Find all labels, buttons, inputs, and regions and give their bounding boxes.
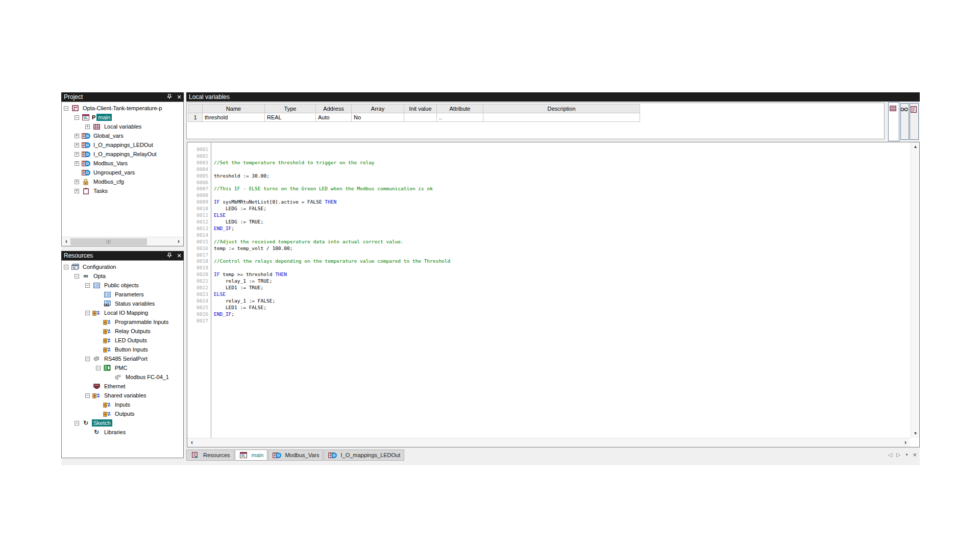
variable-cell[interactable]: .. <box>437 113 483 122</box>
code-line[interactable] <box>214 252 910 259</box>
tool-tab-document-icon[interactable] <box>910 103 919 140</box>
code-line[interactable] <box>214 153 910 160</box>
tree-item-ungrouped-vars[interactable]: GUngrouped_vars <box>62 168 183 177</box>
tree-item-label[interactable]: Libraries <box>103 429 127 436</box>
scroll-left-icon[interactable]: ‹ <box>62 238 70 246</box>
tree-item-label[interactable]: Relay Outputs <box>113 328 152 335</box>
tab-resources[interactable]: Resources <box>186 449 234 461</box>
tree-item-relay-outputs[interactable]: Relay Outputs <box>62 327 183 336</box>
code-line[interactable]: threshold := 30.00; <box>214 173 910 180</box>
code-line[interactable]: IF temp >= threshold THEN <box>214 271 910 278</box>
editor-vscrollbar[interactable]: ▲ ▼ <box>911 142 919 438</box>
tree-item-label[interactable]: Local variables <box>103 123 143 130</box>
tab-modbus-vars[interactable]: GModbus_Vars <box>268 449 323 461</box>
tree-item-programmable-inputs[interactable]: Programmable Inputs <box>62 317 183 327</box>
project-hscrollbar-thumb[interactable] <box>70 238 147 245</box>
code-line[interactable]: relay_1 := TRUE; <box>214 278 910 285</box>
tree-item-label[interactable]: Tasks <box>92 187 109 194</box>
code-line[interactable]: ELSE <box>214 212 910 219</box>
tree-item-label[interactable]: Global_vars <box>92 132 125 139</box>
expand-toggle-icon[interactable]: + <box>85 124 90 129</box>
tree-item-label[interactable]: Parameters <box>113 291 145 298</box>
expand-toggle-icon[interactable]: + <box>75 143 79 147</box>
tree-item-label[interactable]: Sketch <box>92 419 112 427</box>
code-line[interactable]: ELSE <box>214 291 910 298</box>
code-line[interactable]: LEDG := FALSE; <box>214 206 910 212</box>
code-line[interactable]: //Control the relays depending on the te… <box>214 258 910 265</box>
code-line[interactable]: //Adjust the received temperature data i… <box>214 239 910 245</box>
column-header-address[interactable]: Address <box>316 105 352 113</box>
variable-cell[interactable]: Auto <box>316 113 352 122</box>
collapse-toggle-icon[interactable]: − <box>64 265 68 269</box>
tree-item-main[interactable]: −Pmain <box>62 113 183 122</box>
tree-item-i-o-mappings-ledout[interactable]: + GI_O_mappings_LEDOut <box>62 140 183 149</box>
scroll-right-icon[interactable]: › <box>175 238 183 246</box>
code-line[interactable] <box>214 180 910 186</box>
tree-item-label[interactable]: Button Inputs <box>113 346 150 353</box>
tree-item-inputs[interactable]: Inputs <box>62 400 183 409</box>
tree-item-shared-variables[interactable]: −Shared variables <box>62 391 183 400</box>
tree-item-label[interactable]: main <box>96 114 112 121</box>
scroll-up-icon[interactable]: ▲ <box>912 143 919 151</box>
tree-item-outputs[interactable]: Outputs <box>62 409 183 418</box>
tree-item-modbus-fc-04-1[interactable]: Modbus FC-04_1 <box>62 372 183 382</box>
code-line[interactable] <box>214 146 910 153</box>
column-header-description[interactable]: Description <box>483 105 640 113</box>
tree-item-opta[interactable]: −∞Opta <box>62 271 183 281</box>
tree-item-libraries[interactable]: ↻Libraries <box>62 428 183 437</box>
collapse-toggle-icon[interactable]: − <box>75 421 79 425</box>
variable-cell[interactable]: REAL <box>265 113 316 122</box>
code-line[interactable]: IF sysMbMRtuNetList[0].active = FALSE TH… <box>214 199 910 206</box>
code-line[interactable]: END_IF; <box>214 226 910 232</box>
code-line[interactable] <box>214 192 910 199</box>
expand-toggle-icon[interactable]: + <box>75 134 79 138</box>
column-header-array[interactable]: Array <box>352 105 404 113</box>
tree-item-label[interactable]: Outputs <box>113 410 136 417</box>
tree-item-pmc[interactable]: −PMC <box>62 363 183 372</box>
scroll-down-icon[interactable]: ▼ <box>912 430 919 437</box>
code-line[interactable]: LED1 := FALSE; <box>214 305 910 311</box>
editor-hscrollbar[interactable]: ‹ › <box>187 438 910 447</box>
tree-item-label[interactable]: Programmable Inputs <box>113 318 170 325</box>
tree-item-label[interactable]: Modbus_Vars <box>92 160 129 167</box>
tree-item-label[interactable]: PMC <box>113 364 129 371</box>
tree-item-label[interactable]: I_O_mappings_LEDOut <box>92 141 155 148</box>
code-text-area[interactable]: //Set the temperature threshold to trigg… <box>212 142 910 438</box>
collapse-toggle-icon[interactable]: − <box>75 274 79 279</box>
code-line[interactable] <box>214 265 910 271</box>
tree-item-parameters[interactable]: Parameters <box>62 290 183 299</box>
tree-item-label[interactable]: Public objects <box>103 282 140 289</box>
column-header-type[interactable]: Type <box>265 105 316 113</box>
collapse-toggle-icon[interactable]: − <box>75 115 79 120</box>
tree-item-ethernet[interactable]: Ethernet <box>62 382 183 391</box>
tree-item-modbus-vars[interactable]: + GModbus_Vars <box>62 159 183 168</box>
tree-item-label[interactable]: RS485 SerialPort <box>103 355 149 362</box>
tree-item-label[interactable]: Inputs <box>113 401 132 408</box>
code-line[interactable]: LED1 := TRUE; <box>214 285 910 291</box>
close-icon[interactable]: ✕ <box>176 94 182 100</box>
expand-toggle-icon[interactable]: + <box>75 161 79 166</box>
tab-i-o-mappings-ledout[interactable]: GI_O_mappings_LEDOut <box>324 449 404 461</box>
variable-cell[interactable] <box>483 113 640 122</box>
scroll-right-icon[interactable]: › <box>901 439 910 447</box>
code-line[interactable] <box>214 232 910 239</box>
tree-item-configuration[interactable]: −Configuration <box>62 262 183 271</box>
close-icon[interactable]: ✕ <box>176 253 182 259</box>
collapse-toggle-icon[interactable]: − <box>96 366 101 370</box>
collapse-toggle-icon[interactable]: − <box>85 393 90 398</box>
tree-item-status-variables[interactable]: Status variables <box>62 299 183 308</box>
code-line[interactable] <box>214 166 910 173</box>
tree-item-label[interactable]: Modbus FC-04_1 <box>124 373 170 381</box>
collapse-toggle-icon[interactable]: − <box>85 283 90 288</box>
code-line[interactable]: END_IF; <box>214 311 910 318</box>
variable-cell[interactable] <box>404 113 437 122</box>
tree-item-local-variables[interactable]: +Local variables <box>62 122 183 131</box>
tree-item-label[interactable]: Ungrouped_vars <box>92 169 136 176</box>
tree-item-label[interactable]: Ethernet <box>103 383 127 390</box>
column-header-attribute[interactable]: Attribute <box>437 105 483 113</box>
scroll-left-icon[interactable]: ‹ <box>188 439 196 447</box>
expand-toggle-icon[interactable]: + <box>75 180 79 184</box>
tree-item-i-o-mappings-relayout[interactable]: + GI_O_mappings_RelayOut <box>62 149 183 159</box>
variable-cell[interactable]: No <box>352 113 404 122</box>
tree-item-label[interactable]: Modbus_cfg <box>92 178 126 185</box>
